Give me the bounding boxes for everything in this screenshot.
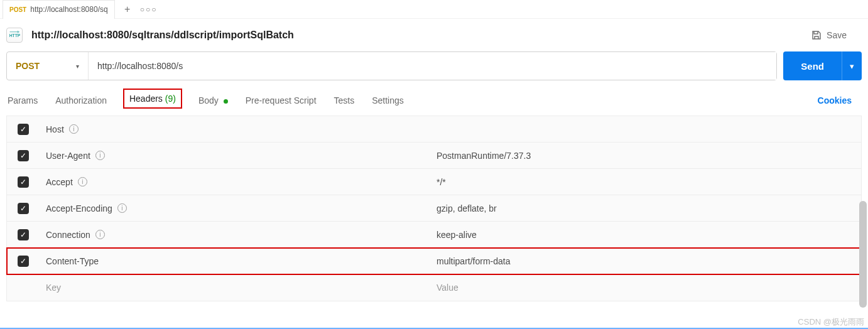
tab-pre-request[interactable]: Pre-request Script bbox=[244, 90, 318, 111]
table-row[interactable]: ✓Accepti*/* bbox=[7, 169, 861, 195]
checkbox[interactable]: ✓ bbox=[18, 176, 29, 188]
tab-authorization[interactable]: Authorization bbox=[54, 90, 108, 111]
chevron-down-icon: ▾ bbox=[76, 63, 79, 70]
url-input[interactable] bbox=[89, 52, 776, 80]
send-dropdown[interactable]: ▾ bbox=[842, 51, 862, 80]
scrollbar-thumb[interactable] bbox=[859, 201, 867, 308]
method-label: POST bbox=[16, 61, 40, 71]
header-value[interactable]: multipart/form-data bbox=[430, 256, 861, 266]
table-row[interactable]: ✓Connectionikeep-alive bbox=[7, 222, 861, 248]
info-icon[interactable]: i bbox=[78, 177, 87, 186]
tab-headers-label: Headers bbox=[129, 94, 163, 104]
header-value[interactable]: */* bbox=[430, 177, 861, 187]
request-tab[interactable]: POST http://localhost:8080/sq bbox=[3, 0, 115, 19]
tab-method: POST bbox=[9, 6, 26, 13]
table-row[interactable]: ✓User-AgentiPostmanRuntime/7.37.3 bbox=[7, 143, 861, 169]
header-key[interactable]: Hosti bbox=[40, 124, 430, 134]
body-modified-dot-icon bbox=[224, 99, 228, 104]
header-value-placeholder[interactable]: Value bbox=[430, 283, 861, 293]
tabs-overflow-icon[interactable]: ○○○ bbox=[140, 5, 158, 14]
tab-body[interactable]: Body bbox=[197, 90, 229, 111]
checkbox[interactable]: ✓ bbox=[18, 203, 29, 214]
tab-settings[interactable]: Settings bbox=[371, 90, 405, 111]
chevron-down-icon: ▾ bbox=[850, 62, 854, 71]
save-label: Save bbox=[827, 30, 847, 40]
scrollbar-track[interactable] bbox=[858, 126, 868, 324]
header-value[interactable]: keep-alive bbox=[430, 230, 861, 240]
cookies-link[interactable]: Cookies bbox=[818, 95, 862, 105]
new-tab-plus-icon[interactable]: + bbox=[119, 4, 136, 15]
headers-table: ✓Hosti✓User-AgentiPostmanRuntime/7.37.3✓… bbox=[6, 116, 862, 301]
send-button[interactable]: Send bbox=[783, 51, 842, 80]
header-key-text: Accept-Encoding bbox=[46, 203, 112, 213]
header-key-text: User-Agent bbox=[46, 151, 90, 161]
tab-headers[interactable]: Headers (9) bbox=[123, 89, 182, 109]
method-select[interactable]: POST ▾ bbox=[7, 52, 89, 80]
tab-body-label: Body bbox=[198, 95, 219, 105]
info-icon[interactable]: i bbox=[95, 230, 105, 239]
save-icon bbox=[811, 30, 822, 40]
header-key[interactable]: Accept-Encodingi bbox=[40, 203, 430, 213]
save-button[interactable]: Save bbox=[811, 30, 858, 40]
table-row[interactable]: ✓Content-Typemultipart/form-data bbox=[7, 248, 861, 274]
header-key-text: Accept bbox=[46, 177, 73, 187]
table-row[interactable]: ✓Hosti bbox=[7, 116, 861, 143]
checkbox[interactable]: ✓ bbox=[18, 150, 29, 161]
header-key-text: Content-Type bbox=[46, 256, 99, 266]
checkbox[interactable]: ✓ bbox=[18, 256, 29, 267]
header-key-text: Host bbox=[46, 124, 64, 134]
watermark: CSDN @极光雨雨 bbox=[798, 316, 864, 328]
http-icon: HTTP bbox=[6, 28, 23, 43]
checkbox[interactable]: ✓ bbox=[18, 124, 29, 135]
header-key-text: Connection bbox=[46, 230, 90, 240]
table-row-new[interactable]: KeyValue bbox=[7, 274, 861, 301]
header-value[interactable]: PostmanRuntime/7.37.3 bbox=[430, 151, 861, 161]
header-key[interactable]: User-Agenti bbox=[40, 151, 430, 161]
info-icon[interactable]: i bbox=[95, 151, 105, 160]
table-row[interactable]: ✓Accept-Encodingigzip, deflate, br bbox=[7, 195, 861, 222]
tab-url: http://localhost:8080/sq bbox=[30, 5, 107, 14]
request-title: http://localhost:8080/sqltrans/ddlscript… bbox=[31, 30, 294, 41]
header-key[interactable]: Accepti bbox=[40, 177, 430, 187]
info-icon[interactable]: i bbox=[69, 124, 79, 134]
info-icon[interactable]: i bbox=[117, 203, 127, 213]
header-key[interactable]: Connectioni bbox=[40, 230, 430, 240]
checkbox[interactable]: ✓ bbox=[18, 229, 29, 240]
header-key[interactable]: Content-Type bbox=[40, 256, 430, 266]
header-key-placeholder[interactable]: Key bbox=[40, 283, 430, 293]
tab-headers-count: (9) bbox=[165, 94, 176, 104]
header-value[interactable]: gzip, deflate, br bbox=[430, 203, 861, 213]
tab-params[interactable]: Params bbox=[6, 90, 39, 111]
svg-text:HTTP: HTTP bbox=[9, 33, 20, 38]
tab-tests[interactable]: Tests bbox=[333, 90, 356, 111]
